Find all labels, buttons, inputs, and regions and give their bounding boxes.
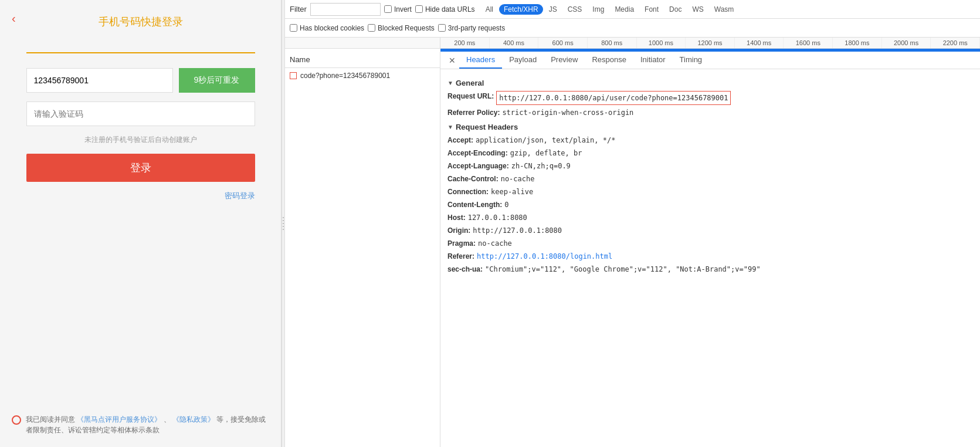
tab-headers[interactable]: Headers <box>459 52 502 69</box>
timing-1600ms: 1600 ms <box>784 38 833 48</box>
request-item[interactable]: code?phone=123456789001 <box>285 68 440 83</box>
hide-data-urls-label: Hide data URLs <box>425 5 475 13</box>
header-row: Accept-Encoding:gzip, deflate, br <box>447 148 973 158</box>
general-section-header: General <box>447 79 973 87</box>
close-detail-button[interactable]: ✕ <box>445 53 459 67</box>
login-panel: ‹ 手机号码快捷登录 9秒后可重发 未注册的手机号验证后自动创建账户 登录 密码… <box>0 0 282 447</box>
third-party-checkbox[interactable] <box>438 24 446 32</box>
header-key: Accept: <box>447 135 473 145</box>
blocked-requests-checkbox[interactable] <box>368 24 375 32</box>
phone-row: 9秒后可重发 <box>26 68 255 93</box>
header-row: Origin:http://127.0.0.1:8080 <box>447 225 973 236</box>
main-content: Name code?phone=123456789001 ✕ Headers P… <box>285 52 980 447</box>
header-value: zh-CN,zh;q=0.9 <box>511 161 571 171</box>
request-name: code?phone=123456789001 <box>300 72 390 80</box>
filter-tab-js[interactable]: JS <box>544 4 562 15</box>
blocked-requests-label: Blocked Requests <box>378 24 435 32</box>
referrer-policy-value: strict-origin-when-cross-origin <box>502 107 633 118</box>
header-key: Pragma: <box>447 238 476 249</box>
filter-input[interactable] <box>310 3 381 16</box>
filter-tabs: All Fetch/XHR JS CSS Img Media Font Doc … <box>481 4 739 15</box>
detail-content: General Request URL: http://127.0.0.1:80… <box>440 69 980 447</box>
timing-2000ms: 2000 ms <box>882 38 931 48</box>
header-value: http://127.0.0.1:8080/login.html <box>477 251 612 262</box>
header-value: 0 <box>504 199 508 210</box>
password-login-link[interactable]: 密码登录 <box>225 191 255 200</box>
filter-tab-ws[interactable]: WS <box>687 4 708 15</box>
header-row: sec-ch-ua:"Chromium";v="112", "Google Ch… <box>447 264 973 275</box>
request-error-icon <box>290 72 297 79</box>
timing-400ms: 400 ms <box>490 38 539 48</box>
header-key: Accept-Language: <box>447 161 509 171</box>
header-row: Content-Length:0 <box>447 199 973 210</box>
timing-1000ms: 1000 ms <box>637 38 686 48</box>
tab-response[interactable]: Response <box>585 52 633 69</box>
headers-container: Accept:application/json, text/plain, */*… <box>447 135 973 275</box>
filter-tab-all[interactable]: All <box>481 4 498 15</box>
agreement-text: 我已阅读并同意 <box>26 415 75 424</box>
header-row: Pragma:no-cache <box>447 238 973 249</box>
auto-register-hint: 未注册的手机号验证后自动创建账户 <box>26 135 255 145</box>
has-blocked-cookies-checkbox[interactable] <box>290 24 297 32</box>
filter-tab-font[interactable]: Font <box>640 4 663 15</box>
timing-header-row: 200 ms 400 ms 600 ms 800 ms 1000 ms 1200… <box>285 38 980 49</box>
header-row: Connection:keep-alive <box>447 187 973 197</box>
header-key: sec-ch-ua: <box>447 264 483 275</box>
header-value: "Chromium";v="112", "Google Chrome";v="1… <box>485 264 761 275</box>
filter-tab-wasm[interactable]: Wasm <box>710 4 739 15</box>
header-row: Referer:http://127.0.0.1:8080/login.html <box>447 251 973 262</box>
agreement-link-privacy[interactable]: 《隐私政策》 <box>172 415 215 424</box>
filter-tab-css[interactable]: CSS <box>563 4 587 15</box>
header-value: http://127.0.0.1:8080 <box>473 225 562 236</box>
filter-tab-doc[interactable]: Doc <box>664 4 686 15</box>
header-value: application/json, text/plain, */* <box>476 135 615 145</box>
detail-panel: ✕ Headers Payload Preview Response Initi… <box>440 52 980 447</box>
tab-payload[interactable]: Payload <box>502 52 544 69</box>
request-url-value: http://127.0.0.1:8080/api/user/code?phon… <box>496 91 731 105</box>
header-row: Accept:application/json, text/plain, */* <box>447 135 973 145</box>
header-key: Accept-Encoding: <box>447 148 508 158</box>
hide-data-urls-checkbox[interactable] <box>415 5 423 13</box>
request-url-key: Request URL: <box>447 91 494 105</box>
invert-label: Invert <box>394 5 412 13</box>
tab-timing[interactable]: Timing <box>673 52 710 69</box>
agreement-link-service[interactable]: 《黑马点评用户服务协议》 <box>77 415 161 424</box>
filter-tab-img[interactable]: Img <box>588 4 609 15</box>
verification-code-input[interactable] <box>26 101 255 126</box>
header-row: Cache-Control:no-cache <box>447 174 973 184</box>
blocked-requests-group[interactable]: Blocked Requests <box>368 24 435 32</box>
filter-tab-media[interactable]: Media <box>610 4 639 15</box>
agreement-radio[interactable] <box>12 415 21 425</box>
login-title: 手机号码快捷登录 <box>26 15 255 29</box>
hide-data-urls-group[interactable]: Hide data URLs <box>415 5 475 13</box>
timing-200ms: 200 ms <box>440 38 490 48</box>
header-key: Connection: <box>447 187 489 197</box>
timing-600ms: 600 ms <box>538 38 588 48</box>
header-value: 127.0.0.1:8080 <box>468 212 527 223</box>
header-key: Host: <box>447 212 466 223</box>
referrer-policy-key: Referrer Policy: <box>447 107 500 118</box>
header-key: Origin: <box>447 225 470 236</box>
third-party-group[interactable]: 3rd-party requests <box>438 24 505 32</box>
invert-checkbox[interactable] <box>384 5 392 13</box>
tab-preview[interactable]: Preview <box>544 52 585 69</box>
header-key: Cache-Control: <box>447 174 499 184</box>
login-form: 9秒后可重发 未注册的手机号验证后自动创建账户 登录 密码登录 <box>26 68 255 201</box>
login-button[interactable]: 登录 <box>26 154 255 182</box>
filter-tab-fetch-xhr[interactable]: Fetch/XHR <box>499 4 543 15</box>
has-blocked-cookies-group[interactable]: Has blocked cookies <box>290 24 364 32</box>
agreement-and: 、 <box>164 415 171 424</box>
header-value: no-cache <box>478 238 512 249</box>
phone-input[interactable] <box>26 68 173 93</box>
back-button[interactable]: ‹ <box>12 12 16 25</box>
has-blocked-cookies-label: Has blocked cookies <box>300 24 364 32</box>
tab-initiator[interactable]: Initiator <box>633 52 673 69</box>
timing-ms-container: 200 ms 400 ms 600 ms 800 ms 1000 ms 1200… <box>440 38 980 48</box>
header-row: Accept-Language:zh-CN,zh;q=0.9 <box>447 161 973 171</box>
devtools-panel: Filter Invert Hide data URLs All Fetch/X… <box>285 0 980 447</box>
timing-800ms: 800 ms <box>588 38 637 48</box>
referrer-policy-row: Referrer Policy: strict-origin-when-cros… <box>447 107 973 118</box>
send-code-button[interactable]: 9秒后可重发 <box>179 68 255 93</box>
invert-checkbox-group[interactable]: Invert <box>384 5 412 13</box>
request-headers-section-header: Request Headers <box>447 123 973 131</box>
